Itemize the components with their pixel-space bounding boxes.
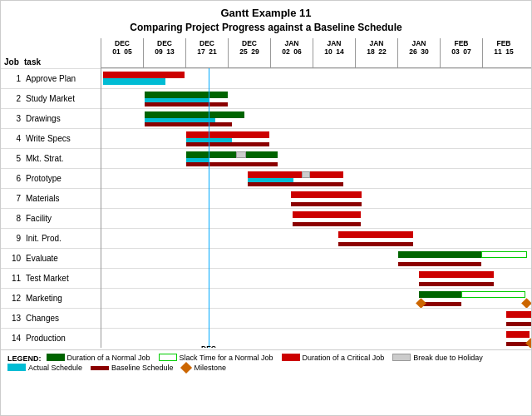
- legend-milestone: Milestone: [182, 364, 227, 372]
- legend-slack: Slack Time for a Normal Job: [159, 354, 273, 362]
- legend-normal: Duration of a Normal Job: [47, 354, 150, 362]
- milestone-12-end: [521, 298, 531, 309]
- gantt-body: Job task 1Approve Plan 2Study Market 3Dr…: [1, 38, 531, 348]
- bar-critical-6b: [310, 171, 343, 178]
- col-jan10: JAN10 14: [313, 38, 355, 67]
- bar-holiday-5: [236, 151, 246, 158]
- list-item: 10Evaluate: [1, 248, 101, 268]
- chart-title: Gantt Example 11: [1, 6, 531, 21]
- bar-critical-6a: [248, 171, 302, 178]
- gantt-row-7: [101, 188, 531, 208]
- gantt-row-11: [101, 268, 531, 288]
- legend-baseline: Baseline Schedule: [91, 364, 174, 372]
- bar-baseline-2: [145, 102, 228, 106]
- legend-critical: Duration of a Critical Job: [282, 354, 385, 362]
- bar-critical-1: [103, 72, 185, 78]
- legend-title: LEGEND:: [7, 354, 42, 363]
- list-item: 14Production: [1, 328, 101, 348]
- gantt-bars-area: DEC19: [101, 68, 531, 348]
- bar-baseline-11: [419, 282, 494, 286]
- col-feb03: FEB03 07: [440, 38, 482, 67]
- col-dec01: DEC01 05: [101, 38, 143, 67]
- col-dec09: DEC09 13: [143, 38, 185, 67]
- gantt-row-2: [101, 88, 531, 108]
- col-dec25: DEC25 29: [228, 38, 270, 67]
- col-dec17: DEC17 21: [185, 38, 228, 67]
- gantt-row-14: [101, 328, 531, 348]
- list-item: 11Test Market: [1, 268, 101, 288]
- legend-holiday-label: Break due to Holiday: [413, 354, 483, 362]
- milestone-swatch: [180, 362, 192, 374]
- bar-critical-13: [506, 311, 531, 318]
- bar-normal-2: [145, 92, 228, 98]
- current-date-line: DEC19: [209, 68, 209, 348]
- legend-holiday: Break due to Holiday: [392, 354, 483, 362]
- gantt-row-6: [101, 168, 531, 188]
- list-item: 5Mkt. Strat.: [1, 148, 101, 168]
- bar-normal-5b: [246, 151, 278, 158]
- bar-critical-11: [419, 271, 494, 278]
- legend-milestone-label: Milestone: [195, 364, 227, 372]
- legend: LEGEND: Duration of a Normal Job Slack T…: [1, 349, 531, 377]
- bar-baseline-7: [291, 202, 362, 206]
- milestone-12: [416, 298, 426, 309]
- list-item: 6Prototype: [1, 168, 101, 188]
- bar-normal-3: [145, 111, 244, 118]
- legend-critical-label: Duration of a Critical Job: [303, 354, 385, 362]
- bar-baseline-3: [145, 122, 232, 126]
- bar-critical-4: [186, 131, 269, 138]
- bar-critical-9: [338, 231, 413, 238]
- col-feb11: FEB11 15: [482, 38, 525, 67]
- bar-normal-5a: [186, 151, 236, 158]
- list-item: 12Marketing: [1, 288, 101, 308]
- job-header: Job: [1, 57, 24, 67]
- bar-holiday-6: [302, 171, 310, 178]
- bar-actual-1: [103, 78, 165, 85]
- normal-swatch: [47, 354, 65, 361]
- bar-baseline-4: [186, 142, 269, 146]
- bar-normal-12: [419, 291, 461, 298]
- list-item: 4Write Specs: [1, 128, 101, 148]
- bar-baseline-9: [338, 242, 413, 246]
- bar-slack-12: [461, 291, 525, 298]
- gantt-row-5: [101, 148, 531, 168]
- gantt-row-9: [101, 228, 531, 248]
- actual-swatch: [7, 364, 26, 371]
- col-jan26: JAN26 30: [397, 38, 440, 67]
- gantt-row-4: [101, 128, 531, 148]
- bar-critical-14: [506, 331, 530, 338]
- list-item: 3Drawings: [1, 108, 101, 128]
- left-panel: Job task 1Approve Plan 2Study Market 3Dr…: [1, 38, 101, 348]
- gantt-row-3: [101, 108, 531, 128]
- gantt-row-10: [101, 248, 531, 268]
- bar-slack-10: [481, 251, 527, 258]
- slack-swatch: [159, 354, 177, 361]
- gantt-row-12: [101, 288, 531, 308]
- gantt-row-1: [101, 68, 531, 88]
- critical-swatch: [282, 354, 300, 361]
- bar-baseline-10: [398, 262, 481, 266]
- list-item: 9Init. Prod.: [1, 228, 101, 248]
- legend-baseline-label: Baseline Schedule: [111, 364, 174, 372]
- chart-subtitle: Comparing Project Progress against a Bas…: [1, 21, 531, 35]
- gantt-row-8: [101, 208, 531, 228]
- bar-critical-8: [293, 211, 361, 218]
- legend-slack-label: Slack Time for a Normal Job: [180, 354, 273, 362]
- bar-baseline-6: [248, 182, 343, 186]
- gantt-row-13: [101, 308, 531, 328]
- list-item: 7Materials: [1, 188, 101, 208]
- bar-baseline-8: [293, 222, 361, 226]
- list-item: 2Study Market: [1, 88, 101, 108]
- chart-container: Gantt Example 11 Comparing Project Progr…: [0, 0, 532, 416]
- bar-normal-10: [398, 251, 481, 258]
- col-jan02: JAN02 06: [270, 38, 313, 67]
- bar-baseline-13: [506, 322, 531, 326]
- legend-actual-label: Actual Schedule: [28, 364, 82, 372]
- legend-normal-label: Duration of a Normal Job: [67, 354, 150, 362]
- baseline-swatch: [91, 366, 109, 370]
- list-item: 8Facility: [1, 208, 101, 228]
- bar-critical-7: [291, 191, 362, 198]
- column-headers: DEC01 05 DEC09 13 DEC17 21 DEC25 29 JAN0…: [101, 38, 531, 68]
- current-date-label: DEC19: [201, 344, 216, 348]
- list-item: 1Approve Plan: [1, 68, 101, 88]
